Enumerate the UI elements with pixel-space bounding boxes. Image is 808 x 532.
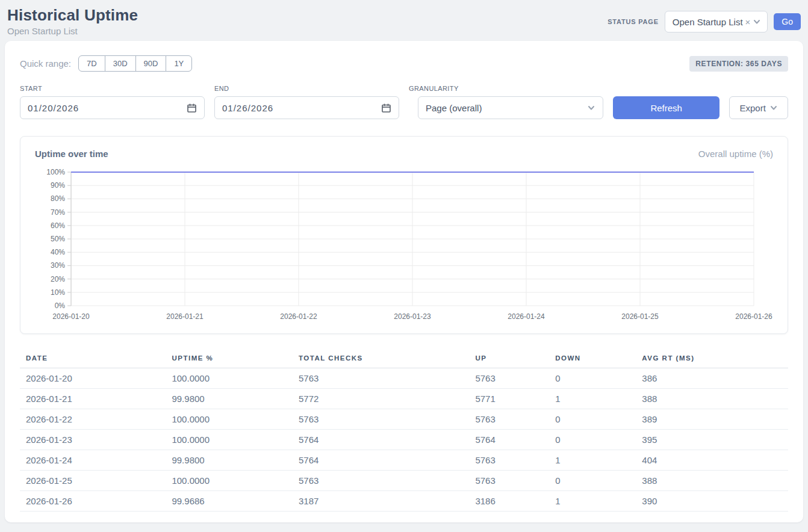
table-cell: 388 (636, 471, 788, 491)
table-row: 2026-01-23100.0000576457640395 (20, 430, 788, 450)
end-date-input[interactable]: 01/26/2026 (214, 96, 399, 119)
export-button[interactable]: Export (729, 96, 788, 119)
table-cell: 0 (549, 368, 636, 389)
table-cell: 2026-01-25 (20, 471, 166, 491)
column-header: AVG RT (MS) (636, 350, 788, 368)
column-header: UP (469, 350, 549, 368)
chevron-down-icon (753, 17, 761, 26)
table-cell: 3186 (469, 491, 549, 512)
table-cell: 99.9800 (166, 450, 293, 471)
svg-text:2026-01-23: 2026-01-23 (394, 312, 431, 321)
column-header: DATE (20, 350, 166, 368)
quick-range-row: Quick range: 7D30D90D1Y RETENTION: 365 D… (20, 55, 788, 72)
table-cell: 2026-01-22 (20, 409, 166, 430)
table-cell: 5763 (293, 368, 469, 389)
svg-text:80%: 80% (51, 194, 65, 203)
table-row: 2026-01-2699.9686318731861390 (20, 491, 788, 512)
uptime-table: DATEUPTIME %TOTAL CHECKSUPDOWNAVG RT (MS… (20, 350, 788, 512)
end-date-label: END (214, 85, 399, 92)
table-cell: 2026-01-24 (20, 450, 166, 471)
end-date-value: 01/26/2026 (222, 103, 273, 113)
calendar-icon[interactable] (187, 103, 197, 113)
table-cell: 5763 (469, 471, 549, 491)
svg-text:60%: 60% (51, 221, 65, 230)
go-button[interactable]: Go (774, 13, 801, 30)
quick-range-group: Quick range: 7D30D90D1Y (20, 55, 192, 72)
svg-text:2026-01-25: 2026-01-25 (621, 312, 659, 321)
page-header: Historical Uptime Open Startup List STAT… (0, 0, 808, 41)
table-cell: 5763 (293, 409, 469, 430)
quick-range-label: Quick range: (20, 58, 71, 69)
table-cell: 386 (636, 368, 788, 389)
table-cell: 0 (549, 430, 636, 450)
table-cell: 100.0000 (166, 368, 293, 389)
title-block: Historical Uptime Open Startup List (7, 6, 138, 36)
svg-text:90%: 90% (51, 181, 65, 190)
granularity-selected-value: Page (overall) (426, 103, 482, 113)
chevron-down-icon (587, 104, 595, 112)
table-cell: 2026-01-21 (20, 389, 166, 409)
table-cell: 395 (636, 430, 788, 450)
column-header: UPTIME % (166, 350, 293, 368)
table-header-row: DATEUPTIME %TOTAL CHECKSUPDOWNAVG RT (MS… (20, 350, 788, 368)
quick-range-buttons: 7D30D90D1Y (78, 55, 192, 72)
table-cell: 390 (636, 491, 788, 512)
clear-selection-icon[interactable]: × (745, 17, 751, 26)
status-page-select[interactable]: Open Startup List × (665, 11, 768, 32)
table-cell: 100.0000 (166, 430, 293, 450)
status-page-selected-value: Open Startup List (673, 17, 743, 27)
quick-range-1y-button[interactable]: 1Y (166, 55, 192, 72)
uptime-chart-card: Uptime over time Overall uptime (%) 0%10… (20, 136, 788, 334)
table-cell: 5771 (469, 389, 549, 409)
refresh-button[interactable]: Refresh (613, 96, 719, 119)
table-row: 2026-01-20100.0000576357630386 (20, 368, 788, 389)
quick-range-7d-button[interactable]: 7D (78, 55, 105, 72)
svg-text:100%: 100% (46, 168, 65, 176)
filter-fields-row: START 01/20/2026 END 01/26/2026 (20, 85, 788, 119)
retention-badge: RETENTION: 365 DAYS (689, 56, 788, 72)
table-cell: 3187 (293, 491, 469, 512)
table-cell: 0 (549, 409, 636, 430)
table-cell: 5764 (469, 430, 549, 450)
header-controls: STATUS PAGE Open Startup List × Go (608, 11, 801, 32)
start-date-label: START (20, 85, 205, 92)
table-cell: 2026-01-26 (20, 491, 166, 512)
svg-text:50%: 50% (51, 235, 65, 243)
calendar-icon[interactable] (381, 103, 391, 113)
svg-text:2026-01-22: 2026-01-22 (280, 312, 317, 321)
column-header: TOTAL CHECKS (293, 350, 469, 368)
uptime-line-chart: 0%10%20%30%40%50%60%70%80%90%100%2026-01… (35, 167, 773, 323)
svg-text:2026-01-24: 2026-01-24 (508, 312, 545, 321)
granularity-field: GRANULARITY Page (overall) (409, 85, 603, 119)
start-date-input[interactable]: 01/20/2026 (20, 96, 205, 119)
table-cell: 389 (636, 409, 788, 430)
table-cell: 100.0000 (166, 409, 293, 430)
start-date-field: START 01/20/2026 (20, 85, 205, 119)
granularity-select[interactable]: Page (overall) (418, 96, 603, 119)
table-cell: 1 (549, 389, 636, 409)
svg-text:70%: 70% (51, 208, 65, 217)
export-button-label: Export (740, 103, 766, 113)
svg-text:0%: 0% (55, 302, 66, 310)
page-subtitle: Open Startup List (7, 26, 138, 36)
uptime-table-body: 2026-01-20100.00005763576303862026-01-21… (20, 368, 788, 512)
table-cell: 5764 (293, 450, 469, 471)
table-cell: 2026-01-20 (20, 368, 166, 389)
table-row: 2026-01-2199.9800577257711388 (20, 389, 788, 409)
table-row: 2026-01-25100.0000576357630388 (20, 471, 788, 491)
table-row: 2026-01-2499.9800576457631404 (20, 450, 788, 471)
table-cell: 5763 (469, 409, 549, 430)
quick-range-90d-button[interactable]: 90D (135, 55, 167, 72)
table-cell: 99.9686 (166, 491, 293, 512)
quick-range-30d-button[interactable]: 30D (105, 55, 136, 72)
table-cell: 2026-01-23 (20, 430, 166, 450)
svg-text:30%: 30% (51, 261, 65, 270)
table-cell: 5763 (469, 450, 549, 471)
status-page-label: STATUS PAGE (608, 18, 659, 25)
table-cell: 5763 (469, 368, 549, 389)
chart-legend: Overall uptime (%) (698, 149, 773, 159)
granularity-label: GRANULARITY (409, 85, 603, 92)
chart-header: Uptime over time Overall uptime (%) (35, 149, 773, 159)
table-cell: 100.0000 (166, 471, 293, 491)
main-panel: Quick range: 7D30D90D1Y RETENTION: 365 D… (5, 41, 803, 522)
